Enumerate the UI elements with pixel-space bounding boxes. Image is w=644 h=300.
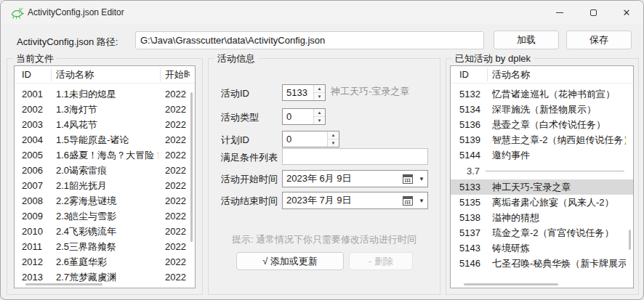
activity-id-spinner[interactable]: 5133 ▲ ▼ [282,84,326,101]
column-separator[interactable] [51,68,52,81]
row-id: 5137 [459,225,488,240]
activity-type-spinner[interactable]: 0 ▲ ▼ [282,108,326,125]
table-row[interactable]: 2012 2.6堇庭华彩 2022 [15,254,195,269]
save-button[interactable]: 保存 [566,31,632,49]
row-id: 5143 [459,240,488,256]
row-name: 琉金之章-2（宵宫传说任务） [492,225,626,240]
table-row[interactable]: 2007 2.1韶光抚月 2022 [15,178,195,193]
start-time-value: 2023年 6月 9日 [283,171,403,187]
row-start: 2022 [165,86,190,102]
row-name: 2.1韶光抚月 [56,178,158,193]
path-label: ActivityConfig.json 路径: [17,36,118,49]
activity-id-value: 5133 [283,85,313,100]
plan-id-spinner[interactable]: 0 ▲ ▼ [282,131,339,147]
spinner-down-icon[interactable]: ▼ [314,93,325,100]
row-id: 2004 [22,132,52,147]
row-id: 5133 [459,179,488,195]
known-activities-rows: 5132 忆昔诸途巡礼（花神书前宣） 5134 深罪施洗（新怪物展示） 5136… [451,84,633,288]
column-separator[interactable] [487,68,488,81]
table-row[interactable]: 2008 2.2雾海悬谜境 2022 [15,193,195,208]
list-item[interactable]: 5135 离垢者肃心旅宴（风来人-2） [451,195,633,210]
end-time-picker[interactable]: 2023年 7月 9日 ▼ [282,192,428,209]
vertical-scrollbar[interactable] [190,92,193,242]
list-item[interactable]: 5133 神工天巧-宝录之章 [451,179,633,195]
list-item[interactable]: 5136 悬壶之章（白术传说任务） [451,117,633,132]
version-label: 3.7 [467,163,480,179]
row-name: 溢神的猜想 [492,210,626,225]
row-name: 忆昔诸途巡礼（花神书前宣） [492,86,626,102]
path-input[interactable]: G:\Java\Grasscutter\data\ActivityConfig.… [135,31,484,49]
list-item[interactable]: 5134 深罪施洗（新怪物展示） [451,102,633,117]
dropdown-arrow-icon[interactable]: ▼ [416,176,427,182]
delete-button[interactable]: - 删除 [349,252,413,270]
minimize-icon [556,12,563,13]
current-file-list-header: ID 活动名称 开始时间 [15,66,195,84]
horizontal-scrollbar[interactable] [464,283,558,285]
table-row[interactable]: 2009 2.3皑尘与雪影 2022 [15,208,195,224]
row-start: 2022 [165,239,190,254]
title-bar[interactable]: ActivityConfig.json Editor ✕ [1,1,643,24]
dropdown-arrow-icon[interactable]: ▼ [416,198,427,204]
condition-list-input[interactable] [282,148,428,165]
table-row[interactable]: 2003 1.4风花节 2022 [15,117,195,132]
row-start: 2022 [165,254,190,269]
list-item[interactable]: 5138 溢神的猜想 [451,210,633,225]
table-row[interactable]: 2004 1.5导能原盘-诸论 2022 [15,132,195,147]
row-name: 2.3皑尘与雪影 [56,208,158,224]
list-item[interactable]: 5146 七圣召唤-秘典华焕（新卡牌展示页） [451,256,633,271]
spinner-up-icon[interactable]: ▲ [328,131,339,139]
table-row[interactable]: 2001 1.1未归的熄星 2022 [15,86,195,102]
start-time-picker[interactable]: 2023年 6月 9日 ▼ [282,170,428,187]
list-item[interactable]: 5137 琉金之章-2（宵宫传说任务） [451,225,633,240]
table-row[interactable]: 2011 2.5三界路飨祭 2022 [15,239,195,254]
spinner-up-icon[interactable]: ▲ [314,85,325,93]
minimize-button[interactable] [543,1,576,24]
row-start: 2022 [165,102,190,117]
app-window: ActivityConfig.json Editor ✕ ActivityCon… [0,0,644,300]
end-time-value: 2023年 7月 9日 [283,192,403,208]
table-row[interactable]: 2005 1.6盛夏！海岛？大冒险！ 2022 [15,147,195,163]
hint-text: 提示: 通常情况下你只需要修改活动进行时间 [209,233,440,246]
activity-id-label: 活动ID [221,87,249,100]
section-divider [486,171,624,171]
row-name: 1.5导能原盘-诸论 [56,132,158,147]
current-file-group-title: 当前文件 [13,52,57,65]
row-name: 深罪施洗（新怪物展示） [492,102,626,117]
table-row[interactable]: 2006 2.0谒索雷痕 2022 [15,163,195,178]
horizontal-scrollbar[interactable] [25,283,102,285]
column-header-start[interactable]: 开始时间 [165,66,190,84]
row-id: 2006 [22,163,52,178]
plan-id-label: 计划ID [221,134,249,147]
list-item[interactable]: 5132 忆昔诸途巡礼（花神书前宣） [451,86,633,102]
table-row[interactable]: 2002 1.3海灯节 2022 [15,102,195,117]
column-separator[interactable] [160,68,161,81]
maximize-button[interactable] [576,1,610,24]
calendar-icon [403,174,413,184]
column-header-id[interactable]: ID [22,66,31,84]
row-name: 2.6堇庭华彩 [56,254,158,269]
calendar-icon [403,196,413,206]
row-start: 2022 [165,224,190,239]
close-button[interactable]: ✕ [610,1,643,24]
row-id: 2008 [22,193,52,208]
row-id: 5146 [459,256,488,271]
table-row[interactable]: 2013 2.7荒梦藏虞渊 2022 [15,269,195,285]
current-file-group: 当前文件 ID 活动名称 开始时间 2001 1.1未归的熄星 2022 [7,58,203,295]
spinner-down-icon[interactable]: ▼ [328,139,339,147]
column-header-name[interactable]: 活动名称 [56,66,94,84]
list-item[interactable]: 5139 智慧主之章-2（纳西妲传说任务） [451,132,633,147]
spinner-up-icon[interactable]: ▲ [314,109,325,117]
row-id: 2001 [22,86,52,102]
current-file-rows: 2001 1.1未归的熄星 2022 2002 1.3海灯节 2022 2003… [15,84,195,288]
load-button[interactable]: 加载 [494,31,559,49]
list-item[interactable]: 5143 铸境研炼 [451,240,633,256]
spinner-down-icon[interactable]: ▼ [314,117,325,124]
column-header-name[interactable]: 活动名称 [492,66,530,84]
add-or-update-button[interactable]: √ 添加或更新 [236,252,344,270]
known-activities-group-title: 已知活动 by dplek [452,52,534,65]
table-row[interactable]: 2010 2.4飞彩镌流年 2022 [15,224,195,239]
column-header-id[interactable]: ID [459,66,469,84]
list-item[interactable]: 5144 邀约事件 [451,147,633,163]
vertical-scrollbar[interactable] [629,230,631,250]
condition-list-label: 满足条件列表 [221,151,278,164]
